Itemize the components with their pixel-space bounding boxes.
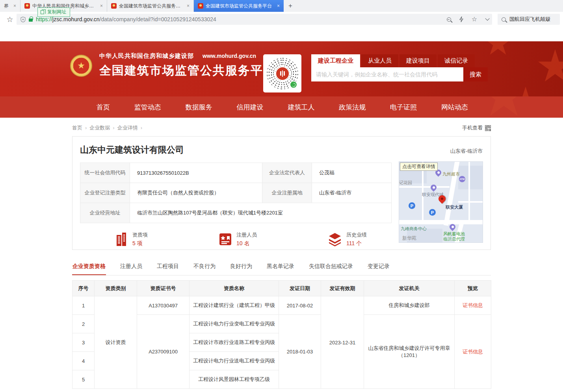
- business-address-value: 临沂市兰山区陶然路107号星河晶都（联安）现代城1号楼2201室: [130, 203, 392, 223]
- tab-close-icon[interactable]: ×: [277, 3, 280, 9]
- map-road: [399, 220, 483, 224]
- breadcrumb-company-detail[interactable]: 企业详情: [117, 125, 138, 131]
- search-tab-personnel[interactable]: 从业人员: [361, 54, 398, 67]
- shield-plus-icon[interactable]: [20, 17, 26, 22]
- browser-tab-jzsc-1[interactable]: 全国建筑市场监管公共服务平台 ×: [107, 0, 194, 12]
- breadcrumb-home[interactable]: 首页: [72, 125, 82, 131]
- new-tab-button[interactable]: +: [284, 0, 297, 12]
- search-button[interactable]: 搜索: [463, 67, 488, 81]
- certificate-info-link[interactable]: 证书信息: [463, 349, 483, 355]
- col-validity: 发证有效期: [321, 281, 364, 296]
- breadcrumb: 首页›企业数据›企业详情› 手机查看: [72, 124, 491, 131]
- parking-icon: P: [409, 202, 415, 209]
- tab-registered-personnel[interactable]: 注册人员: [120, 259, 143, 275]
- tab-close-icon[interactable]: ×: [187, 3, 190, 9]
- tab-dishonesty-records[interactable]: 失信联合惩戒记录: [308, 259, 353, 275]
- cell-authority: 住房和城乡建设部: [364, 296, 455, 315]
- browser-url-row: ☆ https://jzsc.mohurd.gov.cn/data/compan…: [0, 12, 563, 27]
- search-tab-credit[interactable]: 诚信记录: [438, 54, 475, 67]
- poi-atm-icon: ATM: [459, 176, 465, 182]
- col-preview: 预览: [455, 281, 491, 296]
- chevron-down-icon[interactable]: [485, 16, 489, 20]
- site-favicon-icon: [111, 3, 117, 9]
- cell-qual-name: 工程设计市政行业道路工程专业丙级: [190, 333, 279, 352]
- search-tab-enterprise[interactable]: 建设工程企业: [311, 54, 360, 67]
- national-emblem-logo: ★: [70, 55, 92, 77]
- col-category: 资质类别: [95, 281, 137, 296]
- site-favicon-icon: [198, 3, 203, 9]
- secure-lock-icon[interactable]: [29, 18, 33, 22]
- nav-data-service[interactable]: 数据服务: [186, 103, 212, 112]
- company-summary-card: 山东中元建筑设计有限公司 山东省-临沂市 统一社会信用代码 9137130267…: [72, 136, 491, 250]
- mobile-view-button[interactable]: 手机查看: [462, 124, 491, 131]
- browser-tab-jzsc-active[interactable]: 全国建筑市场监管公共服务平台 ×: [194, 0, 284, 12]
- lightning-icon[interactable]: [459, 16, 464, 22]
- map-pin-icon: [429, 183, 438, 192]
- search-tab-project[interactable]: 建设项目: [399, 54, 437, 67]
- poi-supermarket: 九州超市: [442, 171, 460, 177]
- nav-supervision[interactable]: 监管动态: [134, 103, 161, 112]
- platform-title: 全国建筑市场监管公共服务平台: [99, 63, 276, 79]
- tab-close-icon[interactable]: ×: [100, 3, 103, 9]
- legal-rep-value: 公茂福: [312, 163, 392, 183]
- info-label: 企业登记注册类型: [80, 183, 130, 203]
- browser-tab-strip: 界 × 中华人民共和国住房和城乡建设 × 全国建筑市场监管公共服务平台 × 全国…: [0, 0, 563, 12]
- browser-tab-partial[interactable]: 界 ×: [0, 0, 20, 12]
- tab-good-behavior[interactable]: 良好行为: [230, 259, 253, 275]
- info-label: 企业注册属地: [262, 183, 312, 203]
- tab-blacklist[interactable]: 黑名单记录: [266, 259, 295, 275]
- cell-validity: 2023-12-31: [321, 296, 364, 389]
- stat-history-performance[interactable]: 历史业绩111 个: [327, 231, 367, 247]
- tab-bad-behavior[interactable]: 不良行为: [193, 259, 216, 275]
- address-bar[interactable]: https://jzsc.mohurd.gov.cn/data/company/…: [17, 14, 492, 25]
- tab-qualifications[interactable]: 企业资质资格: [72, 259, 106, 275]
- stat-label: 历史业绩: [346, 231, 367, 239]
- breadcrumb-company-data[interactable]: 企业数据: [89, 125, 110, 131]
- info-label: 统一社会信用代码: [80, 163, 130, 183]
- cell-qual-name: 工程设计风景园林工程专项乙级: [190, 370, 279, 389]
- zoom-out-icon[interactable]: [447, 17, 451, 22]
- nav-policy[interactable]: 政策法规: [339, 103, 366, 112]
- keyword-search-input[interactable]: [311, 67, 463, 81]
- col-issue-date: 发证日期: [279, 281, 321, 296]
- nav-workers[interactable]: 建筑工人: [288, 103, 314, 112]
- qualification-table: 序号 资质类别 资质证书号 资质名称 发证日期 发证有效期 发证机关 预览 1 …: [72, 280, 491, 389]
- breadcrumb-separator: ›: [141, 125, 142, 131]
- quick-search-box[interactable]: 国航回应飞机颠簸: [498, 14, 560, 25]
- registration-type-value: 有限责任公司（自然人投资或控股）: [130, 183, 262, 203]
- mobile-view-label: 手机查看: [462, 124, 483, 131]
- favorite-star-icon[interactable]: ☆: [472, 16, 477, 22]
- location-map[interactable]: 点击可查看详情 九州超市 ATM 记花园 联安现代城 联安大厦 P P 九峰商务…: [399, 161, 483, 243]
- ministry-name: 中华人民共和国住房和城乡建设部: [99, 52, 194, 59]
- tab-projects[interactable]: 工程项目: [156, 259, 179, 275]
- stat-label: 注册人员: [236, 231, 257, 239]
- tab-close-icon[interactable]: ×: [13, 3, 16, 9]
- bookmark-star-icon[interactable]: ☆: [3, 15, 17, 24]
- qr-code: [263, 54, 301, 92]
- cell-qual-name: 工程设计电力行业变电工程专业丙级: [190, 315, 279, 333]
- authority-line2: （1201）: [366, 352, 452, 359]
- url-text[interactable]: https://jzsc.mohurd.gov.cn/data/company/…: [36, 16, 216, 22]
- building-icon: [280, 70, 285, 77]
- cell-seq: 2: [72, 315, 95, 333]
- cell-seq: 3: [72, 333, 95, 352]
- wechat-icon: [290, 81, 297, 89]
- url-path: /data/company/detail?id=0021052912405330…: [100, 16, 216, 22]
- stat-registered-personnel[interactable]: 注册人员10 名: [218, 231, 257, 247]
- detail-tabs: 企业资质资格 注册人员 工程项目 不良行为 良好行为 黑名单记录 失信联合惩戒记…: [72, 259, 491, 276]
- certificate-info-link[interactable]: 证书信息: [463, 302, 483, 308]
- nav-e-license[interactable]: 电子证照: [390, 103, 417, 112]
- nav-site-news[interactable]: 网站动态: [441, 103, 468, 112]
- registered-region-value: 山东省-临沂市: [312, 183, 392, 203]
- nav-credit[interactable]: 信用建设: [237, 103, 264, 112]
- site-favicon-icon: [24, 3, 30, 9]
- tab-change-records[interactable]: 变更记录: [367, 259, 390, 275]
- cell-issue-date: 2017-08-02: [279, 296, 321, 315]
- stat-value: 5 项: [132, 240, 148, 247]
- quick-search-text[interactable]: 国航回应飞机颠簸: [509, 16, 550, 23]
- stat-qualifications[interactable]: 资质项5 项: [114, 231, 148, 247]
- nav-home[interactable]: 首页: [97, 103, 110, 112]
- col-cert-no: 资质证书号: [137, 281, 190, 296]
- header-search: 建设工程企业 从业人员 建设项目 诚信记录 搜索: [311, 54, 488, 81]
- company-name: 山东中元建筑设计有限公司: [80, 144, 483, 156]
